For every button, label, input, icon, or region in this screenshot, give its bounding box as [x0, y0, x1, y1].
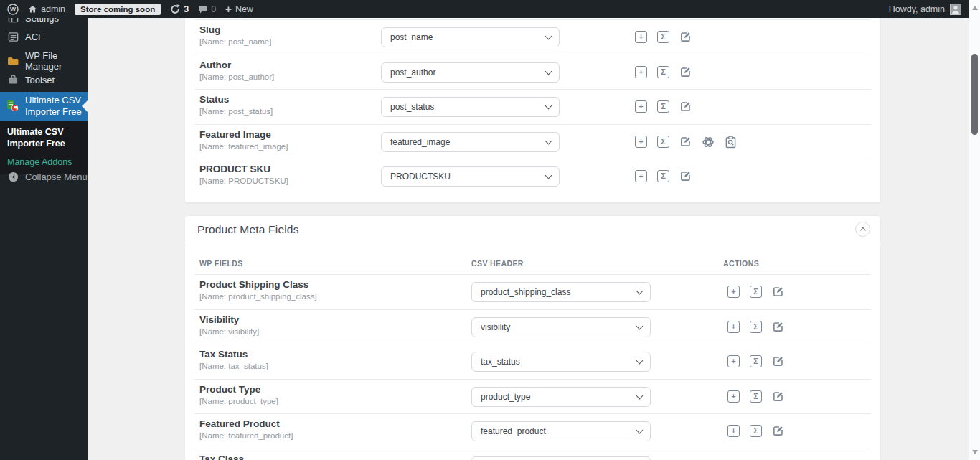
formula-icon[interactable]: Σ [657, 31, 669, 43]
account-menu[interactable]: Howdy, admin [889, 0, 961, 18]
field-label: Status [199, 94, 229, 105]
row-actions: +Σ [635, 31, 692, 43]
row-actions: +Σ [727, 355, 784, 367]
site-menu[interactable]: admin [28, 4, 65, 14]
add-mapping-icon[interactable]: + [727, 355, 740, 367]
field-label: Featured Product [199, 418, 280, 429]
add-mapping-icon[interactable]: + [635, 170, 647, 182]
csv-header-value: product_shipping_class [481, 287, 570, 297]
sidebar-item-wp-file-manager[interactable]: WP File Manager [0, 51, 88, 71]
svg-text:W: W [10, 6, 17, 13]
csv-header-value: post_author [390, 67, 435, 78]
edit-icon[interactable] [772, 355, 784, 367]
csv-header-select[interactable]: PRODUCTSKU [381, 166, 560, 187]
field-row: PRODUCT SKU[Name: PRODUCTSKU]PRODUCTSKU+… [185, 159, 880, 194]
formula-icon[interactable]: Σ [750, 355, 762, 367]
formula-icon[interactable]: Σ [657, 66, 669, 78]
formula-icon[interactable]: Σ [750, 425, 762, 437]
updates-menu[interactable]: 3 [170, 4, 189, 14]
row-actions: +Σ [727, 425, 784, 437]
edit-icon[interactable] [679, 31, 692, 43]
chevron-down-icon [636, 322, 644, 329]
submenu-item-manage-addons[interactable]: Manage Addons [7, 157, 83, 167]
field-name-hint: [Name: post_status] [199, 107, 273, 116]
sidebar-item-acf[interactable]: ACF [0, 27, 88, 47]
avatar [950, 4, 961, 15]
field-row: Slug[Name: post_name]post_name+Σ [185, 20, 880, 55]
add-mapping-icon[interactable]: + [635, 100, 647, 113]
csv-header-select[interactable]: product_type [471, 387, 651, 407]
field-name-hint: [Name: product_shipping_class] [199, 292, 317, 301]
scroll-down-arrow[interactable] [972, 450, 978, 454]
updates-count: 3 [184, 4, 189, 14]
edit-icon[interactable] [679, 136, 692, 148]
csv-header-select[interactable]: visibility [471, 317, 651, 337]
chevron-down-icon [545, 33, 552, 40]
wordpress-logo-icon[interactable]: W [7, 4, 19, 15]
row-actions: +Σ [727, 321, 784, 333]
add-mapping-icon[interactable]: + [727, 390, 740, 403]
sidebar-item-toolset[interactable]: Toolset [0, 70, 88, 90]
formula-icon[interactable]: Σ [657, 136, 669, 148]
csv-header-value: featured_product [481, 426, 546, 436]
formula-icon[interactable]: Σ [750, 286, 762, 298]
new-menu[interactable]: + New [225, 4, 253, 14]
csv-header-select[interactable]: post_author [381, 62, 560, 83]
home-icon [28, 4, 37, 14]
scrollbar-thumb[interactable] [971, 54, 978, 135]
edit-icon[interactable] [679, 66, 692, 78]
csv-header-select[interactable]: featured_product [471, 421, 651, 441]
collapse-section-button[interactable] [855, 222, 870, 237]
field-name-hint: [Name: PRODUCTSKU] [199, 177, 288, 185]
scrollbar[interactable] [969, 0, 980, 460]
add-mapping-icon[interactable]: + [727, 321, 740, 333]
add-mapping-icon[interactable]: + [635, 31, 647, 43]
sidebar-item-ultimate-csv-importer[interactable]: Ultimate CSV Importer Free [0, 92, 88, 121]
formula-icon[interactable]: Σ [657, 100, 669, 113]
add-mapping-icon[interactable]: + [727, 286, 740, 298]
edit-icon[interactable] [772, 390, 784, 403]
field-name-hint: [Name: product_type] [199, 397, 278, 405]
csv-header-value: PRODUCTSKU [390, 172, 451, 182]
field-name-hint: [Name: featured_image] [199, 142, 288, 151]
field-row: Tax Class+Σ [185, 449, 880, 460]
field-label: Product Type [199, 384, 260, 395]
media-search-icon[interactable] [725, 136, 737, 149]
add-mapping-icon[interactable]: + [727, 425, 740, 437]
submenu-item-ultimate-csv-importer-free[interactable]: Ultimate CSV Importer Free [7, 126, 83, 150]
edit-icon[interactable] [772, 425, 784, 437]
scroll-up-arrow[interactable] [972, 6, 978, 10]
row-actions: +Σ [635, 66, 692, 78]
csv-header-select[interactable]: product_shipping_class [471, 282, 651, 302]
field-row: Featured Product[Name: featured_product]… [185, 414, 880, 449]
edit-icon[interactable] [679, 100, 692, 113]
csv-header-select[interactable]: post_name [381, 27, 560, 47]
chevron-down-icon [636, 392, 644, 399]
formula-icon[interactable]: Σ [750, 390, 762, 403]
comments-menu[interactable]: 0 [198, 4, 216, 14]
csv-header-select[interactable]: post_status [381, 97, 560, 117]
site-name: admin [41, 4, 65, 14]
formula-icon[interactable]: Σ [750, 321, 762, 333]
add-mapping-icon[interactable]: + [635, 136, 647, 148]
chevron-down-icon [545, 137, 552, 144]
formula-icon[interactable]: Σ [657, 170, 669, 182]
csv-header-select[interactable]: tax_status [471, 352, 651, 372]
csv-header-select[interactable]: featured_image [381, 132, 560, 152]
toolset-icon [6, 75, 19, 85]
collapse-menu-button[interactable]: Collapse Menu [0, 168, 88, 185]
add-mapping-icon[interactable]: + [635, 66, 647, 78]
comments-count: 0 [211, 4, 216, 14]
csv-header-select[interactable] [471, 456, 651, 460]
row-actions: +Σ [727, 390, 784, 403]
chevron-down-icon [636, 288, 644, 295]
chevron-down-icon [636, 427, 644, 434]
row-actions: +Σ [635, 136, 737, 149]
edit-icon[interactable] [772, 286, 784, 298]
chevron-up-icon [859, 227, 865, 233]
field-row: Author[Name: post_author]post_author+Σ [185, 55, 880, 90]
edit-icon[interactable] [679, 170, 692, 182]
field-row: Product Shipping Class[Name: product_shi… [185, 275, 880, 310]
openai-icon[interactable] [702, 136, 715, 149]
edit-icon[interactable] [772, 321, 784, 333]
